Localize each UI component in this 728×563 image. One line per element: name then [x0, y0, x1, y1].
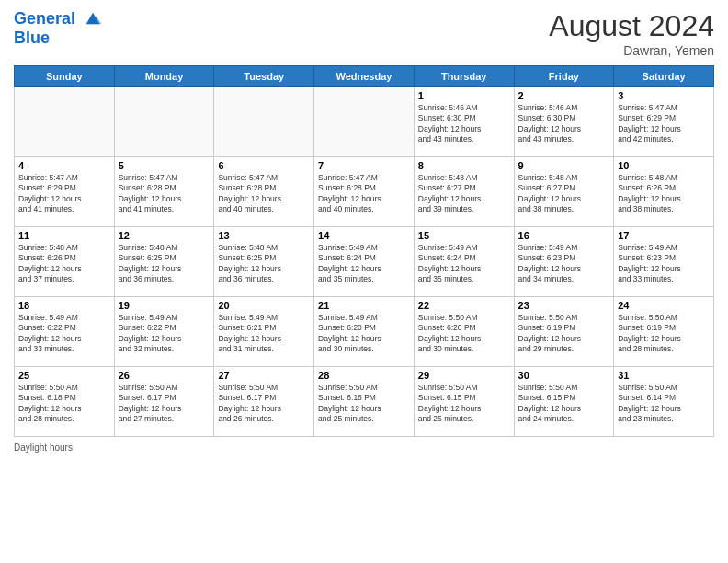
day-info: Sunrise: 5:47 AM Sunset: 6:28 PM Dayligh…: [318, 173, 410, 215]
calendar-week-3: 18Sunrise: 5:49 AM Sunset: 6:22 PM Dayli…: [15, 297, 714, 367]
day-number: 16: [518, 230, 610, 241]
calendar-week-4: 25Sunrise: 5:50 AM Sunset: 6:18 PM Dayli…: [15, 367, 714, 437]
logo: General Blue: [14, 9, 103, 48]
calendar-cell: 5Sunrise: 5:47 AM Sunset: 6:28 PM Daylig…: [114, 157, 214, 227]
day-info: Sunrise: 5:50 AM Sunset: 6:19 PM Dayligh…: [518, 313, 610, 355]
day-number: 13: [218, 230, 310, 241]
header-wednesday: Wednesday: [314, 66, 415, 87]
calendar-cell: 23Sunrise: 5:50 AM Sunset: 6:19 PM Dayli…: [514, 297, 614, 367]
day-info: Sunrise: 5:48 AM Sunset: 6:27 PM Dayligh…: [518, 173, 610, 215]
day-info: Sunrise: 5:47 AM Sunset: 6:28 PM Dayligh…: [218, 173, 310, 215]
day-info: Sunrise: 5:50 AM Sunset: 6:15 PM Dayligh…: [518, 383, 610, 425]
logo-text: General Blue: [14, 9, 103, 48]
calendar-cell: 1Sunrise: 5:46 AM Sunset: 6:30 PM Daylig…: [414, 87, 514, 157]
calendar-cell: 8Sunrise: 5:48 AM Sunset: 6:27 PM Daylig…: [414, 157, 514, 227]
month-title: August 2024: [549, 9, 714, 43]
calendar-cell: 16Sunrise: 5:49 AM Sunset: 6:23 PM Dayli…: [514, 227, 614, 297]
calendar-cell: 29Sunrise: 5:50 AM Sunset: 6:15 PM Dayli…: [414, 367, 514, 437]
calendar-cell: 2Sunrise: 5:46 AM Sunset: 6:30 PM Daylig…: [514, 87, 614, 157]
day-info: Sunrise: 5:50 AM Sunset: 6:17 PM Dayligh…: [119, 383, 210, 425]
calendar-cell: 18Sunrise: 5:49 AM Sunset: 6:22 PM Dayli…: [15, 297, 115, 367]
day-number: 15: [418, 230, 510, 241]
day-number: 8: [418, 160, 510, 171]
footer: Daylight hours: [14, 442, 714, 453]
day-info: Sunrise: 5:49 AM Sunset: 6:20 PM Dayligh…: [318, 313, 410, 355]
header-sunday: Sunday: [15, 66, 115, 87]
calendar-cell: 20Sunrise: 5:49 AM Sunset: 6:21 PM Dayli…: [214, 297, 314, 367]
calendar-cell: 26Sunrise: 5:50 AM Sunset: 6:17 PM Dayli…: [114, 367, 214, 437]
day-info: Sunrise: 5:46 AM Sunset: 6:30 PM Dayligh…: [518, 103, 610, 145]
day-number: 19: [119, 300, 210, 311]
calendar-cell: 7Sunrise: 5:47 AM Sunset: 6:28 PM Daylig…: [314, 157, 415, 227]
calendar-header-row: SundayMondayTuesdayWednesdayThursdayFrid…: [15, 66, 714, 87]
day-number: 7: [318, 160, 410, 171]
footer-text: Daylight hours: [14, 442, 73, 453]
day-number: 10: [618, 160, 710, 171]
day-info: Sunrise: 5:50 AM Sunset: 6:19 PM Dayligh…: [618, 313, 710, 355]
location: Dawran, Yemen: [549, 43, 714, 58]
calendar-cell: 6Sunrise: 5:47 AM Sunset: 6:28 PM Daylig…: [214, 157, 314, 227]
calendar-table: SundayMondayTuesdayWednesdayThursdayFrid…: [14, 65, 714, 437]
header-monday: Monday: [114, 66, 214, 87]
calendar-cell: 31Sunrise: 5:50 AM Sunset: 6:14 PM Dayli…: [614, 367, 714, 437]
calendar-cell: [314, 87, 415, 157]
day-info: Sunrise: 5:50 AM Sunset: 6:18 PM Dayligh…: [18, 383, 110, 425]
day-number: 22: [418, 300, 510, 311]
calendar-cell: 21Sunrise: 5:49 AM Sunset: 6:20 PM Dayli…: [314, 297, 415, 367]
day-info: Sunrise: 5:49 AM Sunset: 6:23 PM Dayligh…: [618, 243, 710, 285]
calendar-cell: 22Sunrise: 5:50 AM Sunset: 6:20 PM Dayli…: [414, 297, 514, 367]
page-header: General Blue August 2024 Dawran, Yemen: [14, 9, 714, 58]
day-number: 30: [518, 370, 610, 381]
calendar-cell: 14Sunrise: 5:49 AM Sunset: 6:24 PM Dayli…: [314, 227, 415, 297]
calendar-cell: [214, 87, 314, 157]
day-info: Sunrise: 5:49 AM Sunset: 6:22 PM Dayligh…: [18, 313, 110, 355]
calendar-cell: 27Sunrise: 5:50 AM Sunset: 6:17 PM Dayli…: [214, 367, 314, 437]
day-number: 5: [119, 160, 210, 171]
title-block: August 2024 Dawran, Yemen: [549, 9, 714, 58]
day-number: 21: [318, 300, 410, 311]
day-number: 9: [518, 160, 610, 171]
day-number: 23: [518, 300, 610, 311]
header-saturday: Saturday: [614, 66, 714, 87]
day-number: 20: [218, 300, 310, 311]
day-info: Sunrise: 5:48 AM Sunset: 6:26 PM Dayligh…: [618, 173, 710, 215]
calendar-cell: 30Sunrise: 5:50 AM Sunset: 6:15 PM Dayli…: [514, 367, 614, 437]
day-info: Sunrise: 5:50 AM Sunset: 6:17 PM Dayligh…: [218, 383, 310, 425]
day-number: 24: [618, 300, 710, 311]
calendar-week-1: 4Sunrise: 5:47 AM Sunset: 6:29 PM Daylig…: [15, 157, 714, 227]
day-number: 14: [318, 230, 410, 241]
day-info: Sunrise: 5:50 AM Sunset: 6:16 PM Dayligh…: [318, 383, 410, 425]
day-info: Sunrise: 5:49 AM Sunset: 6:24 PM Dayligh…: [318, 243, 410, 285]
day-number: 27: [218, 370, 310, 381]
logo-icon: [83, 9, 103, 29]
day-info: Sunrise: 5:46 AM Sunset: 6:30 PM Dayligh…: [418, 103, 510, 145]
calendar-cell: 17Sunrise: 5:49 AM Sunset: 6:23 PM Dayli…: [614, 227, 714, 297]
day-info: Sunrise: 5:50 AM Sunset: 6:14 PM Dayligh…: [618, 383, 710, 425]
header-tuesday: Tuesday: [214, 66, 314, 87]
day-info: Sunrise: 5:49 AM Sunset: 6:22 PM Dayligh…: [119, 313, 210, 355]
calendar-cell: 28Sunrise: 5:50 AM Sunset: 6:16 PM Dayli…: [314, 367, 415, 437]
calendar-cell: 15Sunrise: 5:49 AM Sunset: 6:24 PM Dayli…: [414, 227, 514, 297]
day-number: 25: [18, 370, 110, 381]
calendar-week-2: 11Sunrise: 5:48 AM Sunset: 6:26 PM Dayli…: [15, 227, 714, 297]
day-info: Sunrise: 5:49 AM Sunset: 6:24 PM Dayligh…: [418, 243, 510, 285]
calendar-week-0: 1Sunrise: 5:46 AM Sunset: 6:30 PM Daylig…: [15, 87, 714, 157]
header-thursday: Thursday: [414, 66, 514, 87]
calendar-cell: [15, 87, 115, 157]
calendar-cell: 12Sunrise: 5:48 AM Sunset: 6:25 PM Dayli…: [114, 227, 214, 297]
day-number: 2: [518, 90, 610, 101]
day-number: 11: [18, 230, 110, 241]
header-friday: Friday: [514, 66, 614, 87]
calendar-cell: 11Sunrise: 5:48 AM Sunset: 6:26 PM Dayli…: [15, 227, 115, 297]
calendar-cell: 19Sunrise: 5:49 AM Sunset: 6:22 PM Dayli…: [114, 297, 214, 367]
calendar-cell: [114, 87, 214, 157]
day-info: Sunrise: 5:47 AM Sunset: 6:29 PM Dayligh…: [618, 103, 710, 145]
calendar-cell: 24Sunrise: 5:50 AM Sunset: 6:19 PM Dayli…: [614, 297, 714, 367]
day-number: 31: [618, 370, 710, 381]
calendar-cell: 4Sunrise: 5:47 AM Sunset: 6:29 PM Daylig…: [15, 157, 115, 227]
calendar-cell: 13Sunrise: 5:48 AM Sunset: 6:25 PM Dayli…: [214, 227, 314, 297]
calendar-cell: 10Sunrise: 5:48 AM Sunset: 6:26 PM Dayli…: [614, 157, 714, 227]
day-number: 26: [119, 370, 210, 381]
calendar-cell: 3Sunrise: 5:47 AM Sunset: 6:29 PM Daylig…: [614, 87, 714, 157]
calendar-cell: 9Sunrise: 5:48 AM Sunset: 6:27 PM Daylig…: [514, 157, 614, 227]
